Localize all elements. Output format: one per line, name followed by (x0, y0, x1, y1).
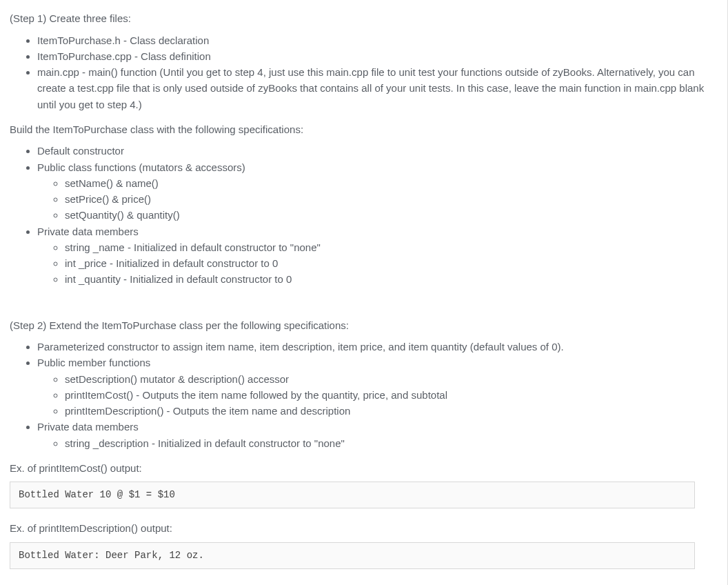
spec-sublist: string _description - Initialized in def… (37, 435, 718, 451)
example-desc-label: Ex. of printItemDescription() output: (10, 521, 718, 537)
spec-label: Private data members (37, 421, 139, 433)
spec-label: Public member functions (37, 357, 150, 368)
list-item: Parameterized constructor to assign item… (37, 339, 718, 355)
list-item: ItemToPurchase.cpp - Class definition (37, 48, 718, 64)
list-item: int _price - Initialized in default cons… (65, 255, 718, 271)
document-page: (Step 1) Create three files: ItemToPurch… (0, 0, 728, 585)
list-item: Public member functions setDescription()… (37, 355, 718, 419)
list-item: Private data members string _name - Init… (37, 224, 718, 288)
list-item: Public class functions (mutators & acces… (37, 159, 718, 224)
list-item: printItemCost() - Outputs the item name … (65, 387, 718, 403)
list-item: string _description - Initialized in def… (65, 435, 718, 451)
step1-files-list: ItemToPurchase.h - Class declaration Ite… (10, 32, 718, 112)
code-output-cost: Bottled Water 10 @ $1 = $10 (10, 482, 695, 508)
list-item: ItemToPurchase.h - Class declaration (37, 32, 718, 48)
list-item: setQuantity() & quantity() (65, 207, 718, 223)
list-item: Default constructor (37, 143, 718, 159)
spec-sublist: string _name - Initialized in default co… (37, 239, 718, 288)
step1-specs-list: Default constructor Public class functio… (10, 143, 718, 287)
list-item: setDescription() mutator & description()… (65, 371, 718, 387)
spacer (10, 297, 718, 313)
spec-label: Parameterized constructor to assign item… (37, 341, 564, 353)
list-item: string _name - Initialized in default co… (65, 239, 718, 255)
step1-build-intro: Build the ItemToPurchase class with the … (10, 122, 718, 138)
spec-sublist: setDescription() mutator & description()… (37, 371, 718, 419)
list-item: main.cpp - main() function (Until you ge… (37, 64, 718, 112)
example-cost-label: Ex. of printItemCost() output: (10, 461, 718, 477)
list-item: setName() & name() (65, 175, 718, 191)
list-item: printItemDescription() - Outputs the ite… (65, 403, 718, 419)
spec-label: Public class functions (mutators & acces… (37, 161, 245, 173)
list-item: Private data members string _description… (37, 419, 718, 451)
spec-label: Private data members (37, 226, 139, 237)
list-item: setPrice() & price() (65, 191, 718, 207)
list-item: int _quantity - Initialized in default c… (65, 271, 718, 287)
step2-intro: (Step 2) Extend the ItemToPurchase class… (10, 318, 718, 334)
spec-label: Default constructor (37, 145, 124, 157)
step1-intro: (Step 1) Create three files: (10, 11, 718, 27)
spec-sublist: setName() & name() setPrice() & price() … (37, 175, 718, 224)
code-output-desc: Bottled Water: Deer Park, 12 oz. (10, 542, 695, 569)
step2-specs-list: Parameterized constructor to assign item… (10, 339, 718, 451)
